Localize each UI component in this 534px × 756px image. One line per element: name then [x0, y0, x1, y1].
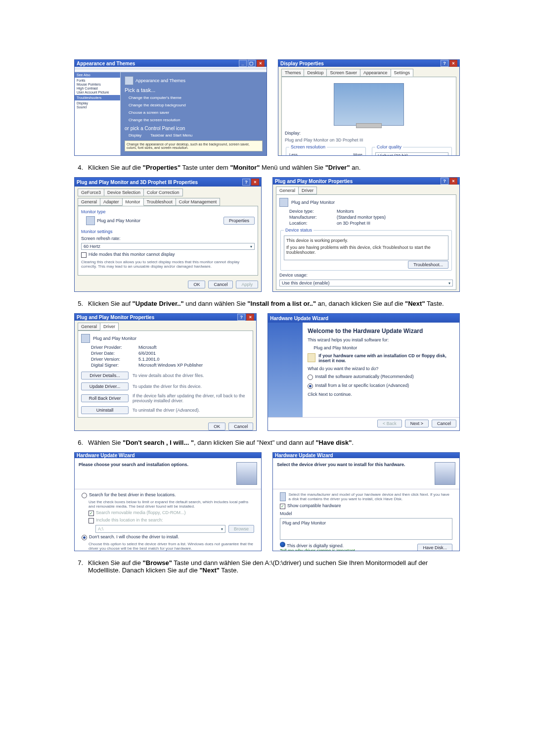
tab-device-selection[interactable]: Device Selection	[104, 189, 144, 196]
sidebar-item[interactable]: Mouse Pointers	[77, 83, 118, 86]
refresh-rate-select[interactable]: 60 Hertz▾	[81, 243, 255, 250]
sidebar-heading: Troubleshooters	[75, 95, 120, 100]
display-value: Plug and Play Monitor on 3D Prophet III	[285, 138, 453, 142]
close-icon[interactable]: ×	[251, 179, 259, 186]
pick-task-heading: Pick a task...	[125, 87, 263, 93]
model-listbox[interactable]: Plug and Play Monitor	[280, 518, 452, 540]
tab-geforce3[interactable]: GeForce3	[78, 189, 104, 196]
cp-icon-link[interactable]: Taskbar and Start Menu	[150, 133, 192, 138]
screenshot-hardware-wizard-welcome: Hardware Update Wizard Welcome to the Ha…	[267, 313, 460, 431]
monitor-icon	[86, 216, 95, 225]
help-icon[interactable]: ?	[242, 179, 250, 186]
ok-button[interactable]: OK	[208, 423, 225, 430]
tab-color-correction[interactable]: Color Correction	[143, 189, 183, 196]
help-icon[interactable]: ?	[441, 178, 448, 185]
sidebar-item[interactable]: Fonts	[77, 79, 118, 82]
tab-desktop[interactable]: Desktop	[304, 69, 327, 77]
tab-appearance[interactable]: Appearance	[360, 69, 391, 77]
step-number: 6.	[74, 439, 83, 446]
tab-screensaver[interactable]: Screen Saver	[326, 69, 360, 77]
why-signing-link[interactable]: Tell me why driver signing is important	[280, 548, 355, 551]
group-label: Device status	[284, 228, 313, 233]
wizard-welcome-title: Welcome to the Hardware Update Wizard	[308, 328, 454, 334]
tab-driver[interactable]: Driver	[100, 323, 119, 331]
device-usage-select[interactable]: Use this device (enable)▾	[279, 280, 453, 286]
option-list[interactable]: Install from a list or specific location…	[308, 383, 454, 389]
help-icon[interactable]: ?	[237, 314, 245, 321]
option-dont-search[interactable]: Don't search. I will choose the driver t…	[82, 534, 254, 540]
update-driver-button[interactable]: Update Driver...	[81, 382, 129, 390]
step-text: Klicken Sie auf die "Properties" Taste u…	[88, 164, 360, 171]
task-link[interactable]: Change the screen resolution	[125, 117, 263, 123]
tab-color-management[interactable]: Color Management	[176, 198, 221, 206]
tab-settings[interactable]: Settings	[391, 69, 414, 77]
slider-min-label: Less	[289, 152, 298, 156]
driver-details-button[interactable]: Driver Details...	[81, 372, 129, 379]
step-text: Klicken Sie auf "Update Driver.." und da…	[88, 300, 444, 307]
maximize-icon[interactable]: ▢	[248, 60, 256, 67]
option-auto[interactable]: Install the software automatically (Reco…	[308, 374, 454, 380]
help-icon[interactable]: ?	[441, 60, 448, 67]
color-quality-select[interactable]: Highest (32 bit) ▾	[375, 152, 448, 156]
device-status-group: Device status This device is working pro…	[280, 228, 452, 271]
field-label: Digital Signer:	[91, 363, 135, 368]
step-text: Klicken Sie auf die "Browse" Taste und d…	[88, 559, 460, 574]
task-link[interactable]: Choose a screen saver	[125, 110, 263, 115]
cancel-button[interactable]: Cancel	[228, 423, 253, 430]
properties-button[interactable]: Properties	[223, 217, 255, 225]
close-icon[interactable]: ×	[257, 60, 265, 67]
show-compatible-checkbox[interactable]: ✓Show compatible hardware	[280, 503, 452, 509]
uninstall-button[interactable]: Uninstall	[81, 406, 129, 414]
troubleshoot-button[interactable]: Troubleshoot...	[408, 261, 448, 269]
cancel-button[interactable]: Cancel	[432, 420, 456, 427]
option-search[interactable]: Search for the best driver in these loca…	[82, 492, 254, 498]
cd-note: If your hardware came with an installati…	[318, 353, 454, 363]
cd-icon	[308, 353, 315, 362]
have-disk-button[interactable]: Have Disk...	[417, 544, 452, 552]
sidebar-item[interactable]: Display	[77, 101, 118, 105]
tab-troubleshoot[interactable]: Troubleshoot	[143, 198, 176, 206]
cp-icon-link[interactable]: Display	[129, 133, 141, 138]
tab-adapter[interactable]: Adapter	[100, 198, 123, 206]
list-item[interactable]: Plug and Play Monitor	[282, 520, 450, 525]
field-label: Driver Date:	[91, 351, 135, 356]
titlebar: Appearance and Themes _ ▢ ×	[75, 60, 267, 67]
field-value: 6/6/2001	[138, 351, 250, 356]
apply-button[interactable]: Apply	[236, 281, 258, 288]
step-number: 5.	[74, 300, 83, 307]
back-button[interactable]: < Back	[377, 420, 402, 427]
rollback-driver-button[interactable]: Roll Back Driver	[81, 394, 129, 402]
field-value: Monitors	[337, 209, 453, 214]
wizard-header-text: Select the device driver you want to ins…	[277, 462, 431, 467]
field-value: 5.1.2001.0	[138, 357, 250, 362]
screen-resolution-group: Screen resolution Less More 1024 by 768 …	[286, 144, 366, 156]
tab-general[interactable]: General	[78, 198, 100, 206]
screenshot-display-properties-settings: Display Properties ? × Themes Desktop Sc…	[278, 59, 460, 156]
sidebar-item[interactable]: Sound	[77, 105, 118, 109]
sidebar-item[interactable]: High Contrast	[77, 87, 118, 90]
field-label: Driver Provider:	[91, 345, 135, 350]
button-description: To update the driver for this device.	[133, 384, 250, 389]
minimize-icon[interactable]: _	[239, 60, 247, 67]
tab-monitor[interactable]: Monitor	[122, 198, 144, 206]
slider-max-label: More	[354, 152, 362, 156]
sidebar-item[interactable]: User Account Picture	[77, 91, 118, 94]
tab-general[interactable]: General	[276, 187, 299, 194]
close-icon[interactable]: ×	[449, 178, 457, 185]
cancel-button[interactable]: Cancel	[208, 281, 233, 288]
close-icon[interactable]: ×	[246, 314, 254, 321]
next-button[interactable]: Next >	[405, 420, 429, 427]
device-name: Plug and Play Monitor	[93, 336, 136, 341]
task-link[interactable]: Change the desktop background	[125, 102, 263, 108]
ok-button[interactable]: OK	[188, 281, 205, 288]
hide-modes-checkbox[interactable]: Hide modes that this monitor cannot disp…	[81, 252, 255, 258]
tab-driver[interactable]: Driver	[298, 187, 317, 194]
location-path-select[interactable]: A:\▾	[95, 525, 225, 533]
browse-button[interactable]: Browse	[228, 525, 254, 533]
search-removable-checkbox[interactable]: ✓Search removable media (floppy, CD-ROM.…	[82, 510, 254, 516]
close-icon[interactable]: ×	[449, 60, 457, 67]
task-link[interactable]: Change the computer's theme	[125, 95, 263, 100]
tab-themes[interactable]: Themes	[281, 69, 305, 77]
include-location-checkbox[interactable]: Include this location in the search:	[82, 518, 254, 523]
tab-general[interactable]: General	[78, 323, 100, 331]
